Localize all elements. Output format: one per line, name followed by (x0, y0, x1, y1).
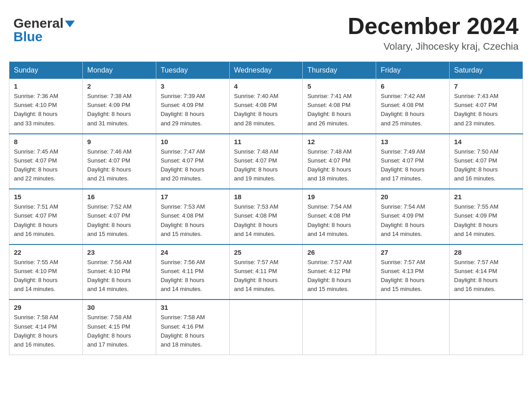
day-info: Sunrise: 7:57 AMSunset: 4:14 PMDaylight:… (454, 258, 518, 294)
day-number: 12 (307, 138, 371, 146)
day-info: Sunrise: 7:57 AMSunset: 4:13 PMDaylight:… (381, 258, 445, 294)
day-info: Sunrise: 7:51 AMSunset: 4:07 PMDaylight:… (14, 202, 78, 239)
day-info: Sunrise: 7:57 AMSunset: 4:12 PMDaylight:… (307, 258, 371, 294)
day-number: 5 (307, 82, 371, 90)
day-info: Sunrise: 7:56 AMSunset: 4:11 PMDaylight:… (161, 258, 225, 294)
calendar-cell: 8Sunrise: 7:45 AMSunset: 4:07 PMDaylight… (9, 134, 83, 189)
day-number: 14 (454, 138, 518, 146)
weekday-header-saturday: Saturday (450, 62, 523, 79)
calendar-cell: 6Sunrise: 7:42 AMSunset: 4:08 PMDaylight… (376, 79, 450, 134)
calendar-cell: 13Sunrise: 7:49 AMSunset: 4:07 PMDayligh… (376, 134, 450, 189)
calendar-cell: 30Sunrise: 7:58 AMSunset: 4:15 PMDayligh… (82, 300, 156, 355)
calendar-cell: 5Sunrise: 7:41 AMSunset: 4:08 PMDaylight… (303, 79, 376, 134)
day-info: Sunrise: 7:58 AMSunset: 4:15 PMDaylight:… (87, 313, 151, 349)
logo-general-text: General (13, 16, 64, 31)
week-row-1: 1Sunrise: 7:36 AMSunset: 4:10 PMDaylight… (9, 79, 523, 134)
day-info: Sunrise: 7:41 AMSunset: 4:08 PMDaylight:… (307, 92, 371, 128)
calendar-cell: 22Sunrise: 7:55 AMSunset: 4:10 PMDayligh… (9, 244, 83, 300)
logo-blue-text: Blue (13, 29, 75, 44)
weekday-header-wednesday: Wednesday (229, 62, 303, 79)
week-row-2: 8Sunrise: 7:45 AMSunset: 4:07 PMDaylight… (9, 134, 523, 189)
calendar-cell (229, 300, 303, 355)
day-number: 4 (234, 82, 298, 90)
day-number: 17 (161, 193, 225, 201)
day-number: 29 (14, 304, 78, 311)
day-number: 2 (87, 82, 151, 90)
day-number: 24 (161, 248, 225, 256)
calendar-cell: 20Sunrise: 7:54 AMSunset: 4:09 PMDayligh… (376, 189, 450, 244)
week-row-3: 15Sunrise: 7:51 AMSunset: 4:07 PMDayligh… (9, 189, 523, 244)
day-info: Sunrise: 7:57 AMSunset: 4:11 PMDaylight:… (234, 258, 298, 294)
weekday-header-monday: Monday (82, 62, 156, 79)
day-info: Sunrise: 7:47 AMSunset: 4:07 PMDaylight:… (161, 147, 225, 184)
day-number: 13 (381, 138, 445, 146)
day-info: Sunrise: 7:43 AMSunset: 4:07 PMDaylight:… (454, 92, 518, 128)
day-number: 11 (234, 138, 298, 146)
day-info: Sunrise: 7:48 AMSunset: 4:07 PMDaylight:… (307, 147, 371, 184)
week-row-5: 29Sunrise: 7:58 AMSunset: 4:14 PMDayligh… (9, 300, 523, 355)
calendar-cell: 31Sunrise: 7:58 AMSunset: 4:16 PMDayligh… (156, 300, 229, 355)
calendar-title: December 2024 (348, 13, 519, 39)
day-info: Sunrise: 7:55 AMSunset: 4:09 PMDaylight:… (454, 202, 518, 239)
day-number: 23 (87, 248, 151, 256)
calendar-cell: 16Sunrise: 7:52 AMSunset: 4:07 PMDayligh… (82, 189, 156, 244)
calendar-cell: 21Sunrise: 7:55 AMSunset: 4:09 PMDayligh… (450, 189, 523, 244)
logo-top: General (13, 16, 75, 31)
day-info: Sunrise: 7:53 AMSunset: 4:08 PMDaylight:… (234, 202, 298, 239)
weekday-header-row: SundayMondayTuesdayWednesdayThursdayFrid… (9, 62, 523, 79)
day-number: 10 (161, 138, 225, 146)
weekday-header-sunday: Sunday (9, 62, 83, 79)
day-info: Sunrise: 7:39 AMSunset: 4:09 PMDaylight:… (161, 92, 225, 128)
day-info: Sunrise: 7:54 AMSunset: 4:08 PMDaylight:… (307, 202, 371, 239)
day-info: Sunrise: 7:56 AMSunset: 4:10 PMDaylight:… (87, 258, 151, 294)
calendar-cell: 9Sunrise: 7:46 AMSunset: 4:07 PMDaylight… (82, 134, 156, 189)
day-number: 26 (307, 248, 371, 256)
day-number: 19 (307, 193, 371, 201)
day-number: 6 (381, 82, 445, 90)
day-info: Sunrise: 7:52 AMSunset: 4:07 PMDaylight:… (87, 202, 151, 239)
calendar-cell: 19Sunrise: 7:54 AMSunset: 4:08 PMDayligh… (303, 189, 376, 244)
calendar-cell: 17Sunrise: 7:53 AMSunset: 4:08 PMDayligh… (156, 189, 229, 244)
day-number: 31 (161, 304, 225, 311)
day-info: Sunrise: 7:54 AMSunset: 4:09 PMDaylight:… (381, 202, 445, 239)
calendar-cell: 11Sunrise: 7:48 AMSunset: 4:07 PMDayligh… (229, 134, 303, 189)
day-number: 22 (14, 248, 78, 256)
calendar-cell: 2Sunrise: 7:38 AMSunset: 4:09 PMDaylight… (82, 79, 156, 134)
logo: General Blue (13, 13, 75, 44)
title-block: December 2024 Volary, Jihocesky kraj, Cz… (348, 13, 519, 52)
day-info: Sunrise: 7:49 AMSunset: 4:07 PMDaylight:… (381, 147, 445, 184)
day-number: 25 (234, 248, 298, 256)
calendar-cell: 18Sunrise: 7:53 AMSunset: 4:08 PMDayligh… (229, 189, 303, 244)
day-info: Sunrise: 7:45 AMSunset: 4:07 PMDaylight:… (14, 147, 78, 184)
calendar-cell: 29Sunrise: 7:58 AMSunset: 4:14 PMDayligh… (9, 300, 83, 355)
calendar-cell: 12Sunrise: 7:48 AMSunset: 4:07 PMDayligh… (303, 134, 376, 189)
calendar-cell: 23Sunrise: 7:56 AMSunset: 4:10 PMDayligh… (82, 244, 156, 300)
calendar-cell: 26Sunrise: 7:57 AMSunset: 4:12 PMDayligh… (303, 244, 376, 300)
day-number: 28 (454, 248, 518, 256)
calendar-cell: 28Sunrise: 7:57 AMSunset: 4:14 PMDayligh… (450, 244, 523, 300)
day-info: Sunrise: 7:58 AMSunset: 4:14 PMDaylight:… (14, 313, 78, 349)
week-row-4: 22Sunrise: 7:55 AMSunset: 4:10 PMDayligh… (9, 244, 523, 300)
day-number: 20 (381, 193, 445, 201)
day-number: 21 (454, 193, 518, 201)
day-info: Sunrise: 7:38 AMSunset: 4:09 PMDaylight:… (87, 92, 151, 128)
day-info: Sunrise: 7:55 AMSunset: 4:10 PMDaylight:… (14, 258, 78, 294)
calendar-cell (450, 300, 523, 355)
calendar-cell: 25Sunrise: 7:57 AMSunset: 4:11 PMDayligh… (229, 244, 303, 300)
day-info: Sunrise: 7:36 AMSunset: 4:10 PMDaylight:… (14, 92, 78, 128)
day-info: Sunrise: 7:40 AMSunset: 4:08 PMDaylight:… (234, 92, 298, 128)
day-info: Sunrise: 7:46 AMSunset: 4:07 PMDaylight:… (87, 147, 151, 184)
page-header: General Blue December 2024 Volary, Jihoc… (9, 9, 523, 52)
day-info: Sunrise: 7:48 AMSunset: 4:07 PMDaylight:… (234, 147, 298, 184)
calendar-cell (376, 300, 450, 355)
calendar-cell (303, 300, 376, 355)
weekday-header-tuesday: Tuesday (156, 62, 229, 79)
day-info: Sunrise: 7:42 AMSunset: 4:08 PMDaylight:… (381, 92, 445, 128)
day-number: 1 (14, 82, 78, 90)
calendar-table: SundayMondayTuesdayWednesdayThursdayFrid… (9, 61, 523, 355)
calendar-cell: 1Sunrise: 7:36 AMSunset: 4:10 PMDaylight… (9, 79, 83, 134)
day-info: Sunrise: 7:53 AMSunset: 4:08 PMDaylight:… (161, 202, 225, 239)
day-number: 9 (87, 138, 151, 146)
calendar-cell: 14Sunrise: 7:50 AMSunset: 4:07 PMDayligh… (450, 134, 523, 189)
calendar-cell: 27Sunrise: 7:57 AMSunset: 4:13 PMDayligh… (376, 244, 450, 300)
